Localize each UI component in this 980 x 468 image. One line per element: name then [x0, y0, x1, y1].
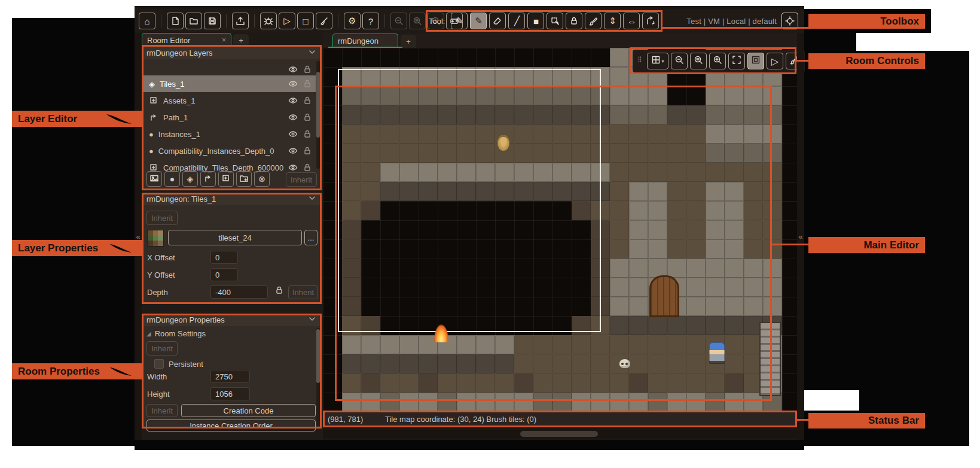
- zoom-out-button[interactable]: [390, 13, 407, 29]
- tool-rotate-button[interactable]: [642, 13, 659, 29]
- map-tile: [342, 335, 361, 354]
- save-button[interactable]: [204, 13, 221, 29]
- lock-icon[interactable]: [303, 79, 312, 89]
- room-settings-section[interactable]: ◢ Room Settings: [146, 329, 206, 338]
- help-button[interactable]: ?: [362, 13, 379, 29]
- instance-creation-order-button[interactable]: Instance Creation Order: [146, 420, 316, 431]
- room-inherit-button-2[interactable]: Inherit: [146, 404, 178, 417]
- room-control-fit-button[interactable]: [728, 53, 745, 69]
- asset-plus-icon: [221, 174, 231, 185]
- width-input[interactable]: 2750: [210, 370, 250, 383]
- eye-icon[interactable]: [288, 96, 298, 105]
- clean-button[interactable]: [316, 13, 332, 29]
- lock-icon[interactable]: [303, 113, 312, 122]
- creation-code-button[interactable]: Creation Code: [181, 404, 316, 417]
- add-delete-layer-button[interactable]: ⊗: [254, 171, 270, 187]
- run-button[interactable]: ▷: [279, 13, 295, 29]
- open-button[interactable]: [185, 13, 202, 29]
- map-tile: [610, 144, 629, 163]
- add-tiles-layer-button[interactable]: ◈: [182, 171, 198, 187]
- layer-row-Assets_1[interactable]: Assets_1: [142, 92, 316, 109]
- grip-icon[interactable]: [635, 55, 645, 67]
- room-control-canvas-button[interactable]: [747, 53, 764, 69]
- debug-button[interactable]: [260, 13, 277, 29]
- tool-pencil-button[interactable]: ✎: [470, 13, 487, 29]
- eye-icon[interactable]: [288, 65, 298, 74]
- room-control-zoom-out-button[interactable]: [671, 53, 688, 69]
- room-properties-header[interactable]: rmDungeon Properties: [142, 314, 322, 326]
- tab-room-editor[interactable]: Room Editor ×: [142, 33, 231, 47]
- layers-inherit-button[interactable]: Inherit: [286, 172, 317, 187]
- main-new-tab-button[interactable]: +: [401, 35, 416, 48]
- new-file-button[interactable]: [167, 13, 184, 29]
- eye-icon[interactable]: [288, 163, 298, 172]
- add-asset-plus-layer-button[interactable]: [218, 171, 234, 187]
- export-button[interactable]: [232, 13, 249, 29]
- tool-move-vertical-button[interactable]: ⇕: [604, 13, 621, 29]
- room-control-play-button[interactable]: ▷: [767, 53, 783, 69]
- map-tile: [514, 335, 533, 354]
- dock-new-tab-button[interactable]: +: [233, 34, 249, 47]
- lock-icon[interactable]: [274, 285, 284, 297]
- tool-lock-button[interactable]: [566, 13, 582, 29]
- map-tile: [533, 105, 552, 124]
- tool-move-horizontal-button[interactable]: ⇔: [623, 13, 640, 29]
- layer-row-Compatibility_Instances_Depth_0[interactable]: ●Compatibility_Instances_Depth_0: [142, 142, 316, 159]
- map-tile: [572, 67, 591, 86]
- settings-button[interactable]: ⚙: [344, 13, 361, 29]
- x-offset-input[interactable]: 0: [210, 251, 238, 264]
- map-tile: [514, 163, 533, 182]
- lock-icon[interactable]: [303, 65, 312, 74]
- home-button[interactable]: ⌂: [139, 13, 155, 29]
- add-instance-layer-button[interactable]: ●: [164, 171, 180, 187]
- lock-icon[interactable]: [303, 146, 312, 156]
- layer-row-Path_1[interactable]: Path_1: [142, 109, 316, 126]
- y-offset-input[interactable]: 0: [210, 268, 238, 281]
- depth-inherit-button[interactable]: Inherit: [288, 285, 318, 299]
- map-tile: [591, 201, 610, 220]
- horizontal-scrollbar[interactable]: [323, 430, 797, 438]
- add-folder-add-layer-button[interactable]: [236, 171, 252, 187]
- tileset-more-button[interactable]: ...: [304, 230, 317, 245]
- layer-row-Tiles_1[interactable]: ◈Tiles_1: [142, 75, 316, 92]
- tileset-thumbnail[interactable]: [147, 230, 164, 247]
- tool-eraser-button[interactable]: [489, 13, 506, 29]
- room-props-scrollbar[interactable]: [316, 328, 320, 426]
- persistent-checkbox[interactable]: [154, 359, 164, 369]
- tab-rmdungeon[interactable]: rmDungeon: [332, 34, 398, 48]
- tileset-select-button[interactable]: tileset_24: [168, 230, 302, 245]
- lock-icon[interactable]: [303, 96, 312, 105]
- layers-scrollbar[interactable]: [316, 61, 320, 169]
- tool-rectangle-button[interactable]: ■: [527, 13, 544, 29]
- room-control-zoom-reset-button[interactable]: [690, 53, 707, 69]
- close-icon[interactable]: ×: [222, 36, 226, 44]
- layer-properties-header[interactable]: rmDungeon: Tiles_1: [142, 193, 322, 205]
- lock-icon[interactable]: [303, 129, 312, 139]
- layer-inherit-button[interactable]: Inherit: [146, 211, 178, 225]
- scrollbar-handle[interactable]: [520, 431, 598, 437]
- layers-panel-header[interactable]: rmDungeon Layers: [142, 47, 322, 59]
- tool-line-button[interactable]: ╱: [508, 13, 525, 29]
- stop-button[interactable]: □: [297, 13, 314, 29]
- dock-collapse-right[interactable]: «: [797, 33, 804, 440]
- tool-paintbrush-button[interactable]: [585, 13, 602, 29]
- room-inherit-button[interactable]: Inherit: [146, 341, 178, 355]
- eye-icon[interactable]: [288, 113, 298, 122]
- eye-icon[interactable]: [288, 146, 298, 156]
- depth-input[interactable]: -400: [210, 285, 268, 299]
- room-control-zoom-in-button[interactable]: [709, 53, 726, 69]
- layer-row-Instances_1[interactable]: ●Instances_1: [142, 126, 316, 142]
- zoom-reset-button[interactable]: [409, 13, 426, 29]
- room-canvas[interactable]: [323, 48, 797, 412]
- tool-stamp-button[interactable]: [547, 13, 563, 29]
- add-path-layer-button[interactable]: [200, 171, 216, 187]
- lock-icon[interactable]: [303, 163, 312, 172]
- map-tile: [591, 105, 610, 124]
- tool-pencil-button[interactable]: ✎: [451, 13, 468, 29]
- eye-icon[interactable]: [288, 79, 298, 89]
- eye-icon[interactable]: [288, 129, 298, 139]
- build-config-text[interactable]: Test | VM | Local | default: [686, 17, 777, 26]
- height-input[interactable]: 1056: [210, 387, 250, 400]
- room-control-grid-button[interactable]: ▾: [647, 53, 668, 69]
- add-image-layer-button[interactable]: [146, 171, 162, 187]
